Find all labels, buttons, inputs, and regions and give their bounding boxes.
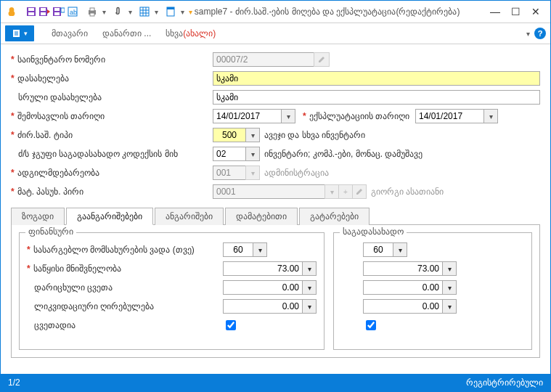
- label-useful-life: სასარგებლო მომსახურების ვადა (თვე): [33, 245, 195, 255]
- tax-accum-field[interactable]: [363, 280, 443, 295]
- resp-picker-icon: ▾: [325, 184, 339, 199]
- fin-accum-picker-icon[interactable]: ▾: [302, 280, 317, 295]
- inv-no-edit-icon: [314, 52, 330, 67]
- tax-liq-field[interactable]: [363, 299, 443, 314]
- app-window: ab ▾ ▾ ▾ ▾ ▾ sample7 - ძირ.საშ.-ების მიღ…: [0, 0, 551, 392]
- svg-rect-7: [54, 8, 60, 11]
- tab-calculations[interactable]: გაანგარიშებები: [66, 208, 153, 225]
- tax-liq-picker-icon[interactable]: ▾: [442, 299, 457, 314]
- tax-initial-field[interactable]: [363, 261, 443, 276]
- fin-liq-field[interactable]: [223, 299, 303, 314]
- tab-operations[interactable]: გატარებები: [299, 208, 370, 225]
- fin-months-field[interactable]: [223, 242, 253, 257]
- label-type: ძირ.საშ. ტიპი: [17, 130, 73, 140]
- title-main: ძირ.საშ.-ების მიღება და ექსპლუატაცია(რედ…: [235, 7, 460, 17]
- label-depreciable: ცვეთადია: [34, 320, 75, 330]
- menu-other[interactable]: სხვა(ახალი): [158, 28, 223, 38]
- loc-text: ადმინისტრაცია: [264, 168, 329, 178]
- income-date-field[interactable]: [213, 109, 282, 123]
- svg-rect-14: [90, 13, 94, 16]
- save-close-icon[interactable]: [38, 5, 52, 18]
- type-code-field[interactable]: [213, 128, 246, 142]
- type-picker-icon[interactable]: ▾: [245, 128, 260, 142]
- label-initial-value: საწყისი მნიშვნელობა: [33, 264, 121, 274]
- svg-rect-2: [28, 12, 34, 15]
- form-area: *საინვენტარო ნომერი *დასახელება სრული და…: [1, 44, 550, 374]
- label-liquidation: ლიკვიდაციური ღირებულება: [34, 301, 154, 311]
- type-text: ავეჯი და სხვა ინვენტარი: [264, 130, 365, 140]
- label-inv-no: საინვენტარო ნომერი: [17, 54, 105, 65]
- tabstrip: ზოგადი გაანგარიშებები ანგარიშები დამატებ…: [11, 207, 540, 225]
- menubar: ▾ მთავარი დანართი ... სხვა(ახალი) ▾ ?: [1, 23, 550, 44]
- group-tax-title: საგადასახადო: [340, 226, 407, 237]
- file-menu-button[interactable]: ▾: [5, 25, 34, 41]
- label-name: დასახელება: [17, 73, 69, 83]
- tab-accounts[interactable]: ანგარიშები: [155, 208, 224, 225]
- group-financial-title: ფინანსური: [25, 226, 76, 237]
- maximize-button[interactable]: ☐: [505, 4, 526, 20]
- grid-dropdown-icon[interactable]: ▾: [155, 8, 158, 16]
- save-new-icon[interactable]: [52, 5, 65, 18]
- status-page: 1/2: [8, 377, 20, 388]
- menu-other-label: სხვა: [166, 28, 183, 38]
- label-expl-date: ექსპლუატაციის თარიღი: [309, 111, 409, 121]
- fin-depreciable-checkbox[interactable]: [226, 320, 236, 330]
- fin-initial-picker-icon[interactable]: ▾: [302, 261, 317, 276]
- template-icon[interactable]: ab: [66, 5, 79, 18]
- tab-pane: ფინანსური *სასარგებლო მომსახურების ვადა …: [11, 225, 540, 358]
- fin-initial-field[interactable]: [223, 261, 303, 276]
- label-resp: მატ. პასუხ. პირი: [17, 187, 83, 197]
- fin-liq-picker-icon[interactable]: ▾: [302, 299, 317, 314]
- tax-months-picker-icon[interactable]: ▾: [393, 242, 407, 257]
- tax-code-field[interactable]: [213, 147, 246, 161]
- menu-other-new: (ახალი): [183, 28, 216, 38]
- titlebar: ab ▾ ▾ ▾ ▾ ▾ sample7 - ძირ.საშ.-ების მიღ…: [1, 1, 550, 23]
- fin-months-picker-icon[interactable]: ▾: [253, 242, 267, 257]
- minimize-button[interactable]: —: [485, 4, 505, 20]
- svg-rect-9: [61, 8, 65, 12]
- menu-main[interactable]: მთავარი: [44, 28, 95, 38]
- attach-dropdown-icon[interactable]: ▾: [128, 8, 132, 16]
- close-button[interactable]: ✕: [526, 4, 546, 20]
- save-icon[interactable]: [25, 5, 38, 18]
- label-tax-group: ძ/ს ჯგუფი საგადასახადო კოდექსის მიხ: [18, 149, 178, 159]
- fin-accum-field[interactable]: [223, 280, 303, 295]
- group-financial: ფინანსური *სასარგებლო მომსახურების ვადა …: [19, 232, 325, 350]
- svg-rect-21: [167, 7, 174, 9]
- attach-icon[interactable]: [112, 5, 125, 18]
- group-tax: საგადასახადო ▾ ▾ ▾: [333, 232, 532, 350]
- tax-months-field[interactable]: [363, 242, 393, 257]
- expl-date-picker-icon[interactable]: ▾: [483, 109, 498, 123]
- svg-rect-4: [41, 8, 46, 11]
- grid-icon[interactable]: [138, 5, 151, 18]
- doc-icon[interactable]: [164, 5, 177, 18]
- tax-accum-picker-icon[interactable]: ▾: [442, 280, 457, 295]
- svg-rect-15: [140, 7, 149, 16]
- menu-attachment[interactable]: დანართი ...: [95, 28, 158, 38]
- tab-general[interactable]: ზოგადი: [11, 208, 65, 225]
- income-date-picker-icon[interactable]: ▾: [281, 109, 295, 123]
- svg-rect-1: [28, 8, 34, 11]
- loc-picker-icon: ▾: [245, 166, 260, 180]
- print-icon[interactable]: [86, 5, 99, 18]
- tax-initial-picker-icon[interactable]: ▾: [442, 261, 457, 276]
- tax-depreciable-checkbox[interactable]: [366, 320, 376, 330]
- tab-additional[interactable]: დამატებითი: [225, 208, 298, 225]
- svg-rect-13: [90, 8, 94, 11]
- full-name-field[interactable]: [213, 90, 540, 105]
- app-icon: [5, 5, 18, 18]
- tax-text: ინვენტარი; კომპ.-ები, მონაც. დამუშავე: [264, 149, 423, 159]
- label-full-name: სრული დასახელება: [18, 92, 102, 102]
- help-icon[interactable]: ?: [534, 28, 546, 39]
- inv-no-field: [213, 52, 314, 67]
- resp-edit-icon: [352, 184, 367, 199]
- menu-overflow-icon[interactable]: ▾: [526, 30, 530, 38]
- expl-date-field[interactable]: [415, 109, 484, 123]
- print-dropdown-icon[interactable]: ▾: [102, 8, 106, 16]
- resp-text: გიორგი ასათიანი: [371, 187, 444, 197]
- name-field[interactable]: [213, 71, 540, 86]
- loc-code-field: [213, 166, 246, 180]
- statusbar: 1/2 რეგისტრირებული: [1, 374, 550, 391]
- tax-picker-icon[interactable]: ▾: [245, 147, 260, 161]
- window-title: ▾ sample7 - ძირ.საშ.-ების მიღება და ექსპ…: [184, 7, 485, 17]
